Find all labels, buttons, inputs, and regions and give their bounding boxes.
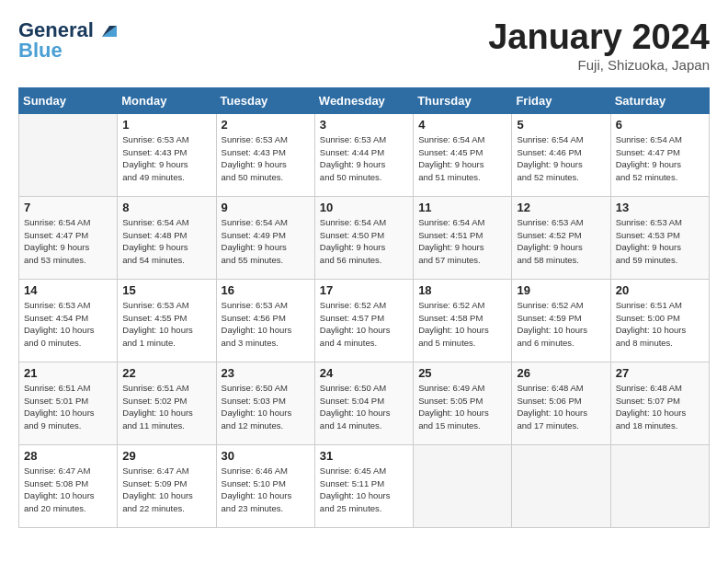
page-header: General Blue January 2024 Fuji, Shizuoka… (18, 18, 710, 73)
week-row-5: 28Sunrise: 6:47 AM Sunset: 5:08 PM Dayli… (19, 444, 710, 527)
calendar-cell: 11Sunrise: 6:54 AM Sunset: 4:51 PM Dayli… (414, 196, 512, 279)
calendar-cell: 7Sunrise: 6:54 AM Sunset: 4:47 PM Daylig… (19, 196, 118, 279)
calendar-cell: 19Sunrise: 6:52 AM Sunset: 4:59 PM Dayli… (512, 279, 610, 362)
day-info: Sunrise: 6:53 AM Sunset: 4:56 PM Dayligh… (222, 299, 310, 350)
weekday-header-tuesday: Tuesday (216, 87, 314, 113)
calendar-cell: 1Sunrise: 6:53 AM Sunset: 4:43 PM Daylig… (118, 113, 216, 196)
calendar-cell (610, 444, 709, 527)
day-number: 10 (320, 201, 408, 214)
day-info: Sunrise: 6:53 AM Sunset: 4:53 PM Dayligh… (616, 216, 704, 267)
calendar-cell: 20Sunrise: 6:51 AM Sunset: 5:00 PM Dayli… (610, 279, 709, 362)
day-info: Sunrise: 6:51 AM Sunset: 5:00 PM Dayligh… (616, 299, 704, 350)
calendar-cell: 5Sunrise: 6:54 AM Sunset: 4:46 PM Daylig… (512, 113, 610, 196)
calendar-cell: 13Sunrise: 6:53 AM Sunset: 4:53 PM Dayli… (610, 196, 709, 279)
week-row-2: 7Sunrise: 6:54 AM Sunset: 4:47 PM Daylig… (19, 196, 710, 279)
day-number: 15 (122, 283, 210, 297)
day-info: Sunrise: 6:51 AM Sunset: 5:02 PM Dayligh… (122, 382, 210, 432)
weekday-header-saturday: Saturday (610, 87, 709, 113)
day-info: Sunrise: 6:48 AM Sunset: 5:07 PM Dayligh… (616, 382, 704, 432)
weekday-header-row: SundayMondayTuesdayWednesdayThursdayFrid… (19, 87, 710, 113)
weekday-header-friday: Friday (512, 87, 610, 113)
calendar-cell: 4Sunrise: 6:54 AM Sunset: 4:45 PM Daylig… (414, 113, 512, 196)
calendar-cell: 26Sunrise: 6:48 AM Sunset: 5:06 PM Dayli… (512, 362, 610, 444)
day-number: 26 (517, 366, 605, 380)
day-info: Sunrise: 6:50 AM Sunset: 5:04 PM Dayligh… (320, 382, 408, 432)
calendar-cell (19, 113, 118, 196)
day-info: Sunrise: 6:47 AM Sunset: 5:09 PM Dayligh… (122, 465, 210, 515)
calendar-cell (414, 444, 512, 527)
title-block: January 2024 Fuji, Shizuoka, Japan (488, 18, 710, 73)
calendar-cell: 16Sunrise: 6:53 AM Sunset: 4:56 PM Dayli… (216, 279, 314, 362)
weekday-header-monday: Monday (118, 87, 216, 113)
day-number: 20 (616, 283, 704, 297)
weekday-header-wednesday: Wednesday (314, 87, 413, 113)
day-number: 24 (320, 366, 408, 380)
calendar-cell: 21Sunrise: 6:51 AM Sunset: 5:01 PM Dayli… (19, 362, 118, 444)
calendar-table: SundayMondayTuesdayWednesdayThursdayFrid… (18, 87, 710, 528)
day-number: 31 (320, 449, 408, 463)
day-number: 22 (122, 366, 210, 380)
day-number: 18 (418, 283, 506, 297)
day-info: Sunrise: 6:52 AM Sunset: 4:57 PM Dayligh… (320, 299, 408, 350)
day-number: 17 (320, 283, 408, 297)
calendar-cell: 31Sunrise: 6:45 AM Sunset: 5:11 PM Dayli… (314, 444, 413, 527)
calendar-cell: 29Sunrise: 6:47 AM Sunset: 5:09 PM Dayli… (118, 444, 216, 527)
day-info: Sunrise: 6:54 AM Sunset: 4:47 PM Dayligh… (24, 216, 112, 267)
location: Fuji, Shizuoka, Japan (488, 57, 710, 73)
calendar-cell: 23Sunrise: 6:50 AM Sunset: 5:03 PM Dayli… (216, 362, 314, 444)
day-number: 28 (24, 449, 112, 463)
day-number: 11 (418, 201, 506, 214)
calendar-cell: 10Sunrise: 6:54 AM Sunset: 4:50 PM Dayli… (314, 196, 413, 279)
calendar-cell: 17Sunrise: 6:52 AM Sunset: 4:57 PM Dayli… (314, 279, 413, 362)
day-info: Sunrise: 6:53 AM Sunset: 4:43 PM Dayligh… (222, 133, 310, 184)
day-number: 16 (222, 283, 310, 297)
day-number: 4 (418, 118, 506, 132)
calendar-cell: 15Sunrise: 6:53 AM Sunset: 4:55 PM Dayli… (118, 279, 216, 362)
day-info: Sunrise: 6:53 AM Sunset: 4:55 PM Dayligh… (122, 299, 210, 350)
day-number: 21 (24, 366, 112, 380)
calendar-cell: 22Sunrise: 6:51 AM Sunset: 5:02 PM Dayli… (118, 362, 216, 444)
day-number: 2 (222, 118, 310, 132)
day-number: 9 (222, 201, 310, 214)
day-number: 25 (418, 366, 506, 380)
calendar-cell: 27Sunrise: 6:48 AM Sunset: 5:07 PM Dayli… (610, 362, 709, 444)
day-number: 7 (24, 201, 112, 214)
day-info: Sunrise: 6:54 AM Sunset: 4:49 PM Dayligh… (222, 216, 310, 267)
week-row-1: 1Sunrise: 6:53 AM Sunset: 4:43 PM Daylig… (19, 113, 710, 196)
day-info: Sunrise: 6:53 AM Sunset: 4:54 PM Dayligh… (24, 299, 112, 350)
day-number: 13 (616, 201, 704, 214)
month-title: January 2024 (488, 18, 710, 57)
week-row-3: 14Sunrise: 6:53 AM Sunset: 4:54 PM Dayli… (19, 279, 710, 362)
day-number: 27 (616, 366, 704, 380)
day-info: Sunrise: 6:51 AM Sunset: 5:01 PM Dayligh… (24, 382, 112, 432)
calendar-cell: 8Sunrise: 6:54 AM Sunset: 4:48 PM Daylig… (118, 196, 216, 279)
day-number: 14 (24, 283, 112, 297)
day-info: Sunrise: 6:49 AM Sunset: 5:05 PM Dayligh… (418, 382, 506, 432)
logo: General Blue (18, 18, 117, 63)
day-info: Sunrise: 6:54 AM Sunset: 4:46 PM Dayligh… (517, 133, 605, 184)
day-info: Sunrise: 6:50 AM Sunset: 5:03 PM Dayligh… (222, 382, 310, 432)
calendar-cell: 9Sunrise: 6:54 AM Sunset: 4:49 PM Daylig… (216, 196, 314, 279)
day-info: Sunrise: 6:54 AM Sunset: 4:51 PM Dayligh… (418, 216, 506, 267)
day-number: 23 (222, 366, 310, 380)
day-number: 6 (616, 118, 704, 132)
calendar-cell: 28Sunrise: 6:47 AM Sunset: 5:08 PM Dayli… (19, 444, 118, 527)
day-number: 19 (517, 283, 605, 297)
day-info: Sunrise: 6:48 AM Sunset: 5:06 PM Dayligh… (517, 382, 605, 432)
day-info: Sunrise: 6:54 AM Sunset: 4:45 PM Dayligh… (418, 133, 506, 184)
calendar-cell: 24Sunrise: 6:50 AM Sunset: 5:04 PM Dayli… (314, 362, 413, 444)
calendar-cell: 25Sunrise: 6:49 AM Sunset: 5:05 PM Dayli… (414, 362, 512, 444)
day-info: Sunrise: 6:52 AM Sunset: 4:59 PM Dayligh… (517, 299, 605, 350)
weekday-header-thursday: Thursday (414, 87, 512, 113)
day-number: 12 (517, 201, 605, 214)
day-number: 1 (122, 118, 210, 132)
day-info: Sunrise: 6:53 AM Sunset: 4:43 PM Dayligh… (122, 133, 210, 184)
day-info: Sunrise: 6:46 AM Sunset: 5:10 PM Dayligh… (222, 465, 310, 515)
calendar-cell: 12Sunrise: 6:53 AM Sunset: 4:52 PM Dayli… (512, 196, 610, 279)
day-info: Sunrise: 6:53 AM Sunset: 4:44 PM Dayligh… (320, 133, 408, 184)
logo-blue: Blue (18, 39, 63, 63)
weekday-header-sunday: Sunday (19, 87, 118, 113)
day-info: Sunrise: 6:54 AM Sunset: 4:47 PM Dayligh… (616, 133, 704, 184)
logo-icon (97, 20, 117, 40)
day-number: 3 (320, 118, 408, 132)
